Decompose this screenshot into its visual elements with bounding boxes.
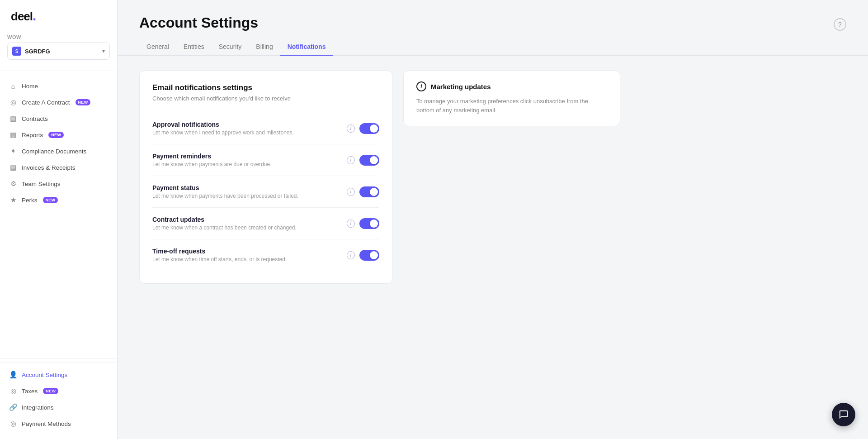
tab-notifications[interactable]: Notifications [280,38,333,56]
sidebar-item-reports[interactable]: ▦ Reports NEW [0,127,117,143]
perks-icon: ★ [9,196,17,204]
sidebar-item-perks[interactable]: ★ Perks NEW [0,192,117,208]
contracts-icon: ▤ [9,115,17,123]
marketing-card: i Marketing updates To manage your marke… [403,70,620,126]
notification-item-time-off: Time-off requests Let me know when time … [152,239,379,271]
sidebar-item-label: Invoices & Receipts [22,164,75,171]
sidebar-item-label: Contracts [22,115,48,122]
sidebar-divider-bottom [0,358,117,359]
toggle-thumb [370,156,378,164]
notif-label-approval: Approval notifications [152,121,347,128]
sidebar-item-team-settings[interactable]: ⚙ Team Settings [0,176,117,192]
toggle-approval[interactable] [359,123,379,134]
org-dropdown[interactable]: S SGRDFG ▾ [7,43,110,60]
toggle-thumb [370,188,378,196]
marketing-title: Marketing updates [431,83,491,91]
marketing-header: i Marketing updates [416,81,607,91]
info-icon-payment-status[interactable]: i [347,188,355,196]
create-contract-icon: ◎ [9,98,17,106]
notif-text-payment-status: Payment status Let me know when payments… [152,184,347,199]
marketing-description: To manage your marketing preferences cli… [416,97,607,115]
sidebar-item-payment-methods[interactable]: ◎ Payment Methods [0,415,117,432]
sidebar-divider-top [0,71,117,71]
info-icon-payment-reminders[interactable]: i [347,156,355,164]
main-content: Account Settings ? General Entities Secu… [118,0,868,439]
notif-label-payment-status: Payment status [152,184,347,191]
info-icon-contract-updates[interactable]: i [347,220,355,228]
sidebar-item-home[interactable]: ⌂ Home [0,78,117,94]
sidebar-item-label: Integrations [22,404,54,411]
tab-general[interactable]: General [139,38,176,56]
toggle-payment-status[interactable] [359,186,379,197]
tab-entities[interactable]: Entities [176,38,212,56]
email-settings-subtitle: Choose which email notifications you'd l… [152,95,379,102]
notif-text-approval: Approval notifications Let me know when … [152,121,347,136]
notif-desc-approval: Let me know when I need to approve work … [152,129,347,136]
sidebar-item-label: Team Settings [22,181,61,187]
payment-methods-icon: ◎ [9,420,17,428]
notif-controls-time-off: i [347,250,379,261]
main-header: Account Settings ? [118,0,868,31]
sidebar-item-label: Payment Methods [22,420,71,427]
notif-text-time-off: Time-off requests Let me know when time … [152,248,347,262]
tabs-bar: General Entities Security Billing Notifi… [118,31,868,56]
sidebar-item-account-settings[interactable]: 👤 Account Settings [0,367,117,383]
toggle-track [359,218,379,229]
toggle-thumb [370,124,378,133]
notif-label-contract-updates: Contract updates [152,216,347,223]
sidebar-bottom-nav: 👤 Account Settings ◎ Taxes NEW 🔗 Integra… [0,363,117,439]
email-settings-card: Email notifications settings Choose whic… [139,70,392,284]
tab-security[interactable]: Security [212,38,249,56]
help-button[interactable]: ? [834,18,846,31]
sidebar-nav: ⌂ Home ◎ Create A Contract NEW ▤ Contrac… [0,75,117,355]
notification-item-payment-reminders: Payment reminders Let me know when payme… [152,144,379,176]
info-icon-time-off[interactable]: i [347,251,355,259]
sidebar-item-contracts[interactable]: ▤ Contracts [0,110,117,127]
chat-icon [839,410,849,420]
toggle-track [359,155,379,166]
sidebar-item-label: Compliance Documents [22,148,86,155]
invoices-icon: ▤ [9,163,17,172]
toggle-thumb [370,251,378,259]
logo-word: deel [11,10,33,23]
integrations-icon: 🔗 [9,403,17,411]
sidebar-item-label: Taxes [22,388,38,395]
notif-desc-contract-updates: Let me know when a contract has been cre… [152,224,347,231]
new-badge: NEW [75,99,91,105]
account-settings-icon: 👤 [9,371,17,379]
toggle-payment-reminders[interactable] [359,155,379,166]
notif-text-contract-updates: Contract updates Let me know when a cont… [152,216,347,231]
chevron-down-icon: ▾ [102,48,105,54]
chat-button[interactable] [832,403,855,426]
sidebar-item-create-contract[interactable]: ◎ Create A Contract NEW [0,94,117,110]
logo-area: deel. [0,0,117,31]
reports-icon: ▦ [9,131,17,139]
org-name: SGRDFG [25,48,99,55]
notif-controls-contract-updates: i [347,218,379,229]
sidebar-item-taxes[interactable]: ◎ Taxes NEW [0,383,117,399]
sidebar-item-integrations[interactable]: 🔗 Integrations [0,399,117,415]
team-settings-icon: ⚙ [9,180,17,188]
notif-desc-payment-reminders: Let me know when payments are due or ove… [152,161,347,167]
notif-label-payment-reminders: Payment reminders [152,153,347,160]
info-icon-approval[interactable]: i [347,124,355,133]
taxes-icon: ◎ [9,387,17,395]
notif-controls-payment-reminders: i [347,155,379,166]
sidebar-item-label: Home [22,83,38,90]
sidebar: deel. WOW S SGRDFG ▾ ⌂ Home ◎ Create A C… [0,0,118,439]
notification-item-payment-status: Payment status Let me know when payments… [152,176,379,208]
notif-text-payment-reminders: Payment reminders Let me know when payme… [152,153,347,167]
toggle-contract-updates[interactable] [359,218,379,229]
new-badge: NEW [48,132,64,138]
sidebar-item-compliance[interactable]: ✦ Compliance Documents [0,143,117,159]
notif-desc-payment-status: Let me know when payments have been proc… [152,193,347,199]
sidebar-item-invoices[interactable]: ▤ Invoices & Receipts [0,159,117,176]
notification-item-contract-updates: Contract updates Let me know when a cont… [152,208,379,239]
toggle-time-off[interactable] [359,250,379,261]
toggle-track [359,123,379,134]
tab-billing[interactable]: Billing [249,38,280,56]
logo-text: deel. [11,9,36,24]
question-mark-icon: ? [838,21,842,28]
notif-controls-approval: i [347,123,379,134]
notification-item-approval: Approval notifications Let me know when … [152,113,379,144]
